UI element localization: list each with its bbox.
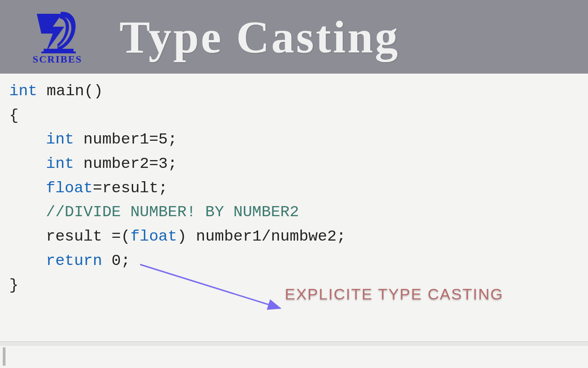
code-text: ) number1/numbwe2; — [177, 228, 346, 245]
code-line: //DIVIDE NUMBER! BY NUMBER2 — [9, 200, 579, 224]
code-text: 0; — [102, 252, 130, 270]
logo-label: SCRIBES — [33, 53, 82, 65]
code-text: main() — [37, 82, 103, 100]
page-title: Type Casting — [119, 11, 400, 63]
code-line: int main() — [9, 79, 579, 104]
code-line: int number2=3; — [9, 152, 579, 176]
annotation-callout: EXPLICITE TYPE CASTING — [285, 285, 503, 303]
keyword-int: int — [46, 155, 74, 172]
keyword-int: int — [9, 82, 37, 100]
code-text: number2=3; — [74, 155, 177, 172]
code-text: =result; — [93, 179, 168, 197]
code-line: { — [9, 104, 579, 128]
logo: SCRIBES — [32, 8, 83, 65]
code-line: int number1=5; — [9, 127, 579, 152]
keyword-float: float — [46, 179, 93, 197]
svg-rect-1 — [41, 52, 76, 53]
code-text: result =( — [46, 228, 130, 245]
divider-bar — [0, 341, 588, 346]
keyword-int: int — [46, 131, 74, 148]
keyword-return: return — [46, 252, 102, 270]
keyword-float: float — [130, 228, 177, 245]
code-line: float=result; — [9, 176, 579, 201]
code-block: int main() { int number1=5; int number2=… — [0, 74, 588, 297]
code-text: number1=5; — [74, 131, 177, 148]
svg-rect-0 — [44, 49, 74, 52]
logo-icon — [32, 8, 83, 54]
cursor-indicator — [3, 347, 6, 366]
code-comment: //DIVIDE NUMBER! BY NUMBER2 — [46, 203, 299, 221]
code-line: return 0; — [9, 249, 579, 273]
header-banner: SCRIBES Type Casting — [0, 0, 588, 74]
code-line: result =(float) number1/numbwe2; — [9, 224, 579, 249]
